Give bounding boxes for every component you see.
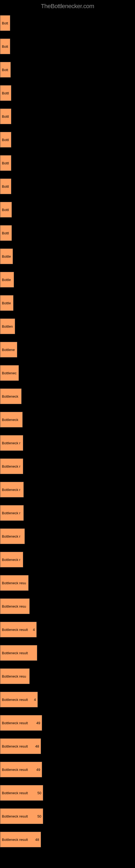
bar[interactable]: Bottleneck result50: [0, 785, 43, 801]
bar-label: Bottleneck r: [2, 464, 20, 468]
bottleneck-chart: BottBottBottBottlBottlBottlBottlBottlBot…: [0, 15, 135, 847]
bar-label: Bottleneck result: [2, 744, 28, 748]
bar[interactable]: Bottleneck result49: [0, 715, 42, 731]
bar[interactable]: Bottlenec: [0, 365, 19, 381]
bar-row: Bottleneck result50: [0, 785, 135, 801]
bar-value: 50: [38, 814, 41, 818]
bar-label: Bottleneck r: [2, 441, 20, 445]
bar-row: Bottleneck r: [0, 482, 135, 497]
bar[interactable]: Bottleneck r: [0, 552, 23, 567]
bar-value: 48: [35, 838, 39, 842]
bar-label: Bottleneck: [2, 418, 18, 422]
bar-row: Bottle: [0, 295, 135, 311]
bar-row: Bottleneck resu: [0, 598, 135, 614]
bar-row: Bottl: [0, 155, 135, 171]
bar-label: Bottleneck result: [2, 838, 28, 842]
bar[interactable]: Bott: [0, 38, 10, 54]
bar-row: Bottleneck result4: [0, 622, 135, 638]
bar-row: Bottleneck result48: [0, 832, 135, 847]
bar-row: Bottleneck result: [0, 645, 135, 661]
bar-label: Bottl: [2, 161, 9, 165]
bar-row: Bottle: [0, 272, 135, 287]
bar[interactable]: Bottle: [0, 295, 13, 311]
bar-label: Bottl: [2, 91, 9, 95]
bar[interactable]: Bottleneck result49: [0, 762, 42, 777]
bar[interactable]: Bottleneck result4: [0, 692, 38, 707]
bar-label: Bottlenec: [2, 371, 16, 375]
bar-row: Bott: [0, 38, 135, 54]
bar[interactable]: Bottle: [0, 248, 13, 264]
bar-label: Bottle: [2, 301, 11, 305]
bar-row: Bottl: [0, 108, 135, 124]
bar-label: Bottleneck result: [2, 768, 28, 772]
bar-row: Bottle: [0, 248, 135, 264]
bar-label: Bottleneck resu: [2, 674, 26, 678]
bar[interactable]: Bottleneck r: [0, 435, 23, 451]
bar[interactable]: Bottlene: [0, 342, 17, 358]
bar[interactable]: Bottleneck r: [0, 482, 24, 497]
bar[interactable]: Bottleneck r: [0, 505, 24, 521]
bar-label: Bottleneck resu: [2, 581, 26, 585]
bar[interactable]: Bottl: [0, 108, 11, 124]
bar-label: Bottlen: [2, 324, 13, 329]
bar-row: Bottleneck result49: [0, 762, 135, 777]
bar-value: 49: [37, 768, 40, 772]
bar-label: Bottleneck result: [2, 791, 28, 795]
bar[interactable]: Bottl: [0, 202, 12, 218]
bar-row: Bottlen: [0, 318, 135, 334]
bar-label: Bottleneck r: [2, 488, 20, 492]
bar-row: Bottleneck result50: [0, 808, 135, 824]
bar-label: Bottleneck result: [2, 721, 28, 725]
site-header[interactable]: TheBottlenecker.com: [0, 3, 135, 10]
bar[interactable]: Bottleneck r: [0, 458, 23, 474]
bar[interactable]: Bottl: [0, 225, 12, 241]
bar-row: Bottleneck result49: [0, 715, 135, 731]
bar[interactable]: Bottl: [0, 179, 11, 194]
bar-value: 4: [33, 628, 35, 632]
bar-label: Bottleneck result: [2, 651, 28, 655]
bar-row: Bottl: [0, 202, 135, 218]
bar[interactable]: Bottleneck: [0, 412, 23, 428]
bar[interactable]: Bottlen: [0, 318, 15, 334]
bar-row: Bottleneck r: [0, 458, 135, 474]
bar[interactable]: Bottleneck result: [0, 645, 37, 661]
bar[interactable]: Bottleneck result48: [0, 738, 41, 754]
bar-label: Bottleneck result: [2, 814, 28, 818]
bar[interactable]: Bott: [0, 62, 11, 78]
bar[interactable]: Bottleneck result50: [0, 808, 43, 824]
bar-row: Bottleneck resu: [0, 575, 135, 591]
bar[interactable]: Bottleneck resu: [0, 669, 30, 684]
bar-row: Bottl: [0, 85, 135, 101]
bar-label: Bottl: [2, 115, 9, 119]
bar-label: Bott: [2, 21, 8, 25]
bar[interactable]: Bottleneck resu: [0, 598, 30, 614]
bar-label: Bottleneck: [2, 394, 18, 399]
bar[interactable]: Bottleneck: [0, 389, 21, 404]
bar-label: Bottl: [2, 138, 9, 142]
bar[interactable]: Bottl: [0, 132, 11, 148]
bar[interactable]: Bottleneck resu: [0, 575, 29, 591]
bar-row: Bottleneck result4: [0, 692, 135, 707]
bar-row: Bottlene: [0, 342, 135, 358]
bar-row: Bottl: [0, 225, 135, 241]
bar-label: Bottl: [2, 208, 9, 212]
bar-label: Bottleneck result: [2, 628, 28, 632]
bar-label: Bottleneck r: [2, 511, 20, 515]
bar[interactable]: Bottl: [0, 155, 11, 171]
bar[interactable]: Bottleneck r: [0, 528, 25, 544]
bar-row: Bott: [0, 15, 135, 31]
bar-row: Bottl: [0, 132, 135, 148]
bar[interactable]: Bott: [0, 15, 10, 31]
bar[interactable]: Bottl: [0, 85, 11, 101]
bar-label: Bottleneck r: [2, 534, 20, 538]
bar-label: Bottle: [2, 278, 11, 282]
bar-label: Bottlene: [2, 348, 15, 352]
bar-value: 48: [35, 744, 39, 748]
bar-label: Bottl: [2, 184, 9, 188]
bar[interactable]: Bottle: [0, 272, 14, 287]
bar-row: Bottleneck r: [0, 505, 135, 521]
bar[interactable]: Bottleneck result48: [0, 832, 41, 847]
bar-label: Bottleneck resu: [2, 604, 26, 609]
bar-row: Bottl: [0, 179, 135, 194]
bar[interactable]: Bottleneck result4: [0, 622, 37, 638]
